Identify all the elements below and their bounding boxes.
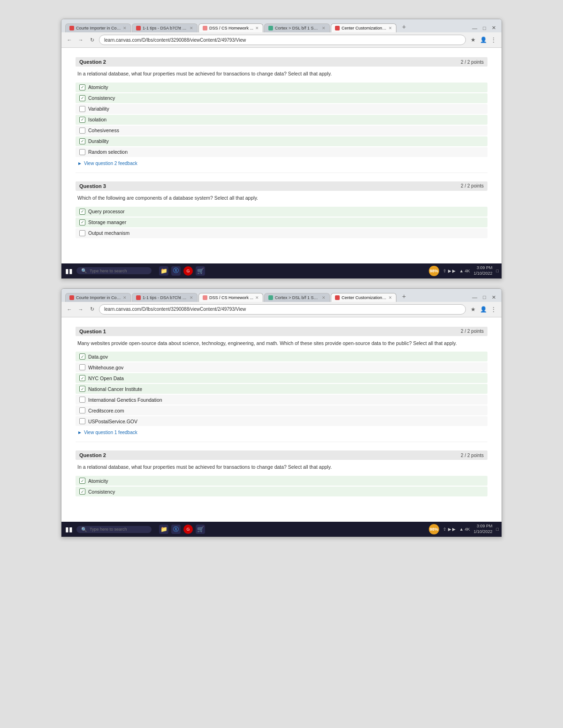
tab-close-1-2[interactable]: ✕ [190,26,193,30]
tab-2-3[interactable]: DSS / CS Homework ... ✕ [198,293,263,302]
restore-button-1[interactable]: □ [481,25,488,31]
restore-button-2[interactable]: □ [481,294,488,300]
tab-close-2-5[interactable]: ✕ [388,295,392,300]
pause-button-2[interactable]: ▮▮ [65,525,73,533]
tab-2-1[interactable]: Courte Importer in Cour... ✕ [65,293,131,302]
page-content-wrapper-1: Question 2 2 / 2 points In a relational … [61,48,502,263]
checkbox-q1-whitehouse[interactable] [79,364,85,370]
back-button-2[interactable]: ← [65,305,74,314]
taskbar-icon-store-1[interactable]: 🛒 [196,266,205,276]
tab-1-2[interactable]: 1-1 tips - DSA b7Cht shi... ✕ [132,23,198,32]
checkbox-q1-nyc[interactable]: ✓ [79,375,85,381]
refresh-button-2[interactable]: ↻ [88,305,96,314]
checkbox-q1-nci[interactable]: ✓ [79,386,85,392]
tab-close-1-1[interactable]: ✕ [123,26,127,30]
taskbar-indicator-1: 98% [429,266,439,276]
tab-1-5[interactable]: Center Customization - ... ✕ [331,23,396,32]
profile-icon-1[interactable]: 👤 [479,36,487,44]
address-bar-1[interactable]: learn.canvas.com/D/lbs/content/3290088/v… [99,35,466,45]
new-tab-button-1[interactable]: + [399,22,409,31]
taskbar-icon-store-2[interactable]: 🛒 [196,525,205,534]
tab-2-5[interactable]: Center Customization - ... ✕ [331,293,396,302]
tab-close-2-4[interactable]: ✕ [322,295,326,300]
checkbox-q3-storage[interactable]: ✓ [79,219,85,225]
checkbox-q2b-atomicity[interactable]: ✓ [79,478,85,484]
feedback-link-q1[interactable]: ► View question 1 feedback [76,430,487,435]
checkbox-q1-datagov[interactable]: ✓ [79,353,85,360]
taskbar-icon-edge-1[interactable]: Ⓧ [171,266,181,276]
checkbox-q1-usps[interactable] [79,418,85,424]
taskbar-battery-2: ▲ 4K [459,527,470,532]
minimize-button-1[interactable]: ― [470,25,479,31]
tab-close-1-4[interactable]: ✕ [322,26,326,30]
checkbox-q2b-consistency[interactable]: ✓ [79,488,85,495]
forward-button-2[interactable]: → [76,305,85,314]
tab-close-2-3[interactable]: ✕ [255,295,259,300]
option-q2-random: Random selection [76,147,487,157]
checkbox-q2-durability[interactable]: ✓ [79,138,85,144]
tab-1-4[interactable]: Cortex > DSL b/f 1 SCI... ✕ [264,23,330,32]
bookmark-icon-2[interactable]: ★ [469,305,477,314]
tab-favicon-2-1 [69,295,74,300]
browser-window-2: Courte Importer in Cour... ✕ 1-1 tips - … [61,288,502,538]
tab-label-2-1: Courte Importer in Cour... [76,295,121,300]
question-text-q2: In a relational database, what four prop… [76,70,487,78]
forward-button-1[interactable]: → [76,36,85,44]
checkbox-q2-isolation[interactable]: ✓ [79,117,85,123]
option-q1-nyc: ✓ NYC Open Data [76,373,487,383]
tab-2-4[interactable]: Cortex > DSL b/f 1 SCI... ✕ [264,293,330,302]
minimize-button-2[interactable]: ― [470,294,479,300]
close-button-2[interactable]: ✕ [490,294,498,300]
address-text-1: learn.canvas.com/D/lbs/content/3290088/v… [104,38,246,43]
close-button-1[interactable]: ✕ [490,25,498,31]
profile-icon-2[interactable]: 👤 [479,305,487,314]
checkbox-q3-output[interactable] [79,230,85,236]
checkbox-q2-consistency[interactable]: ✓ [79,95,85,101]
taskbar-2: ▮▮ 🔍 📁 Ⓧ G 🛒 98% [61,522,502,537]
feedback-arrow-q2: ► [77,161,82,166]
tab-close-2-2[interactable]: ✕ [190,295,193,300]
tab-1-1[interactable]: Courte Importer in Cour... ✕ [65,23,131,32]
option-label-q1-credit: Creditscore.com [88,408,124,413]
tab-1-3[interactable]: DSS / CS Homework ... ✕ [198,23,263,32]
checkbox-q1-credit[interactable] [79,407,85,413]
question-points-q2b: 2 / 2 points [461,453,484,458]
taskbar-icon-edge-2[interactable]: Ⓧ [171,525,181,534]
checkbox-q1-genetics[interactable] [79,397,85,403]
pause-button-1[interactable]: ▮▮ [65,267,73,275]
menu-icon-1[interactable]: ⋮ [489,36,498,44]
menu-icon-2[interactable]: ⋮ [489,305,498,314]
option-label-q2-variability: Variability [88,106,109,112]
notification-icon-1[interactable]: □ [496,269,499,273]
taskbar-icon-files-1[interactable]: 📁 [159,266,168,276]
checkbox-q2-variability[interactable] [79,106,85,112]
new-tab-button-2[interactable]: + [399,292,409,301]
tab-2-2[interactable]: 1-1 tips - DSA b7Cht shi... ✕ [132,293,198,302]
taskbar-icon-chrome-1[interactable]: G [183,266,193,276]
tab-close-1-5[interactable]: ✕ [388,26,392,30]
option-q2-isolation: ✓ Isolation [76,115,487,125]
question-text-q2b: In a relational database, what four prop… [76,464,487,471]
taskbar-search-input-2[interactable] [90,527,146,532]
tab-favicon-2-5 [335,295,340,300]
refresh-button-1[interactable]: ↻ [88,36,96,44]
taskbar-right-1: 98% ⇧ ▶ ▶ ▲ 4K 3:09 PM 1/10/2022 □ [429,265,499,276]
address-bar-2[interactable]: learn.canvas.com/D/lbs/content/3290088/v… [99,304,466,315]
option-label-q1-nyc: NYC Open Data [88,375,124,381]
taskbar-icon-chrome-2[interactable]: G [183,525,193,534]
taskbar-icon-files-2[interactable]: 📁 [159,525,168,534]
tab-bar-2: Courte Importer in Cour... ✕ 1-1 tips - … [65,292,498,302]
option-label-q2-durability: Durability [88,138,109,144]
checkbox-q2-atomicity[interactable]: ✓ [79,84,85,90]
checkbox-q2-random[interactable] [79,149,85,155]
tab-close-1-3[interactable]: ✕ [255,26,259,30]
back-button-1[interactable]: ← [65,36,74,44]
checkbox-q2-cohesiveness[interactable] [79,128,85,134]
tab-favicon-1-4 [268,26,273,30]
bookmark-icon-1[interactable]: ★ [469,36,477,44]
taskbar-search-input-1[interactable] [90,269,146,273]
feedback-link-q2[interactable]: ► View question 2 feedback [76,161,487,166]
checkbox-q3-query[interactable]: ✓ [79,209,85,215]
notification-icon-2[interactable]: □ [496,527,499,532]
tab-close-2-1[interactable]: ✕ [123,295,127,300]
